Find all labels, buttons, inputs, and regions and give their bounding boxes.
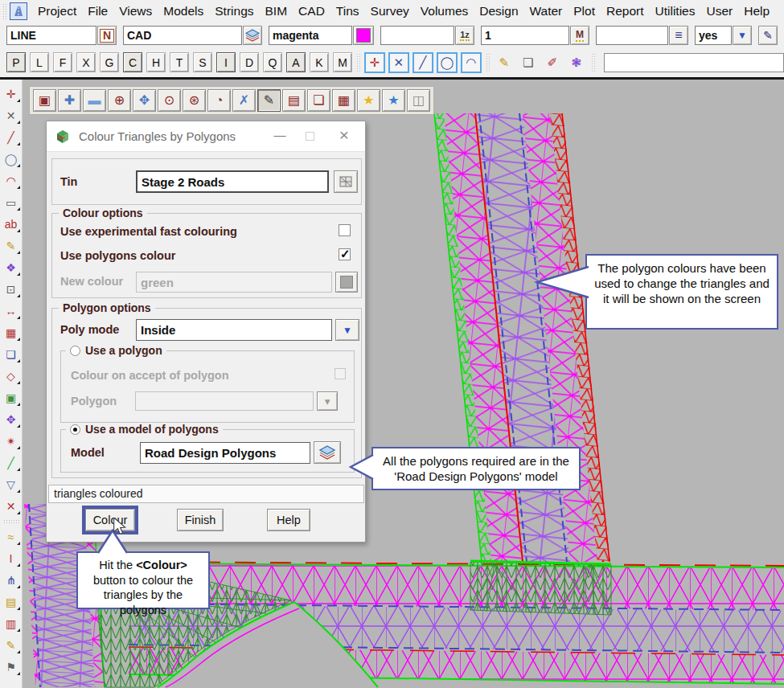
add-view-icon[interactable]: ✚ xyxy=(58,89,81,112)
mode-button[interactable]: M xyxy=(333,52,352,72)
shield-polygon-icon[interactable]: ▽ xyxy=(1,473,22,495)
menu-item[interactable]: Water xyxy=(529,2,564,20)
image-icon[interactable]: ▣ xyxy=(1,387,22,408)
default-name-input[interactable] xyxy=(6,26,96,45)
use-a-model-radio[interactable] xyxy=(70,424,80,435)
measure-pencil-icon[interactable]: ✎ xyxy=(494,52,515,73)
linestyle-picker-button[interactable]: ≡ xyxy=(669,26,688,45)
snippets-star-icon[interactable]: ★ xyxy=(382,89,405,112)
tick-dropdown-button[interactable]: ▼ xyxy=(733,26,752,45)
page-info-icon[interactable]: ❏ xyxy=(518,52,539,73)
pen-tool-button[interactable]: ✎ xyxy=(758,26,778,45)
string-colours-icon[interactable]: ╱ xyxy=(1,452,22,473)
zoom-icon[interactable]: ⊙ xyxy=(158,89,181,112)
freehand-icon[interactable]: ≈ xyxy=(1,526,22,547)
grid-icon[interactable]: ▦ xyxy=(1,321,22,343)
menu-item[interactable]: Tins xyxy=(335,2,360,20)
model-picker-button[interactable] xyxy=(314,441,341,464)
menu-item[interactable]: CAD xyxy=(298,2,326,20)
name-picker-button[interactable]: N xyxy=(97,26,117,45)
use-a-polygon-radio[interactable] xyxy=(70,346,80,356)
snaps-toggle-icon[interactable]: ✗ xyxy=(232,89,256,112)
notes-icon[interactable]: ▤ xyxy=(1,591,22,612)
arc-snap-icon[interactable]: ◠ xyxy=(461,52,482,73)
edit-string-icon[interactable]: ✐ xyxy=(542,52,563,73)
point-snap-icon[interactable]: ✛ xyxy=(364,52,385,73)
delete-icon[interactable]: ✕ xyxy=(1,495,22,517)
pan-icon[interactable]: ✥ xyxy=(133,89,156,112)
menu-item[interactable]: Utilities xyxy=(655,2,696,20)
close-button[interactable]: × xyxy=(335,125,354,146)
create-symbol-icon[interactable]: ❖ xyxy=(1,256,22,278)
help-button[interactable]: Help xyxy=(267,509,310,531)
weight-picker-button[interactable]: M xyxy=(570,26,589,45)
mode-button[interactable]: H xyxy=(146,52,166,72)
view-layout-icon[interactable]: ◫ xyxy=(407,89,430,112)
recalc-string-icon[interactable]: ❃ xyxy=(566,52,587,73)
mode-button[interactable]: T xyxy=(170,52,189,72)
menu-item[interactable]: Survey xyxy=(370,2,410,20)
cursor-snap-icon[interactable]: ✕ xyxy=(388,52,409,73)
create-arc-icon[interactable]: ◠ xyxy=(1,170,22,191)
measure-icon[interactable]: ↔ xyxy=(1,300,22,321)
copy-view-icon[interactable]: ❏ xyxy=(1,343,22,365)
remove-view-icon[interactable]: ▬ xyxy=(83,89,106,112)
mode-button[interactable]: K xyxy=(310,52,329,72)
toolbar-grip[interactable] xyxy=(2,3,7,19)
mode-button[interactable]: D xyxy=(240,52,259,72)
point-edit-icon[interactable]: ✴ xyxy=(1,430,22,452)
book-icon[interactable]: ▥ xyxy=(1,612,22,634)
line-snap-icon[interactable]: ╱ xyxy=(413,52,433,73)
menu-item[interactable]: Views xyxy=(118,2,153,20)
mode-button[interactable]: Q xyxy=(263,52,282,72)
default-model-input[interactable] xyxy=(123,26,242,45)
flag-icon[interactable]: ⚑ xyxy=(1,656,22,678)
interest-mode-icon[interactable]: I xyxy=(1,547,22,569)
fast-colouring-checkbox[interactable] xyxy=(339,224,351,236)
menu-item[interactable]: Report xyxy=(605,2,645,20)
sheet-grid-icon[interactable]: ▦ xyxy=(332,89,355,112)
model-input[interactable] xyxy=(140,442,310,464)
translate-icon[interactable]: ✥ xyxy=(1,408,22,430)
polygon-icon[interactable]: ◇ xyxy=(1,365,22,387)
use-polygons-colour-checkbox[interactable] xyxy=(339,248,351,260)
redraw-brush-icon[interactable]: ✎ xyxy=(257,89,281,112)
views-menu-icon[interactable]: ▣ xyxy=(33,89,56,112)
mode-button[interactable]: G xyxy=(100,52,119,72)
menu-item[interactable]: BIM xyxy=(265,2,289,20)
default-linestyle-input[interactable] xyxy=(596,26,668,45)
maximize-button[interactable] xyxy=(306,132,314,141)
menu-item[interactable]: Plot xyxy=(573,2,596,20)
circle-snap-icon[interactable]: ◯ xyxy=(437,52,458,73)
symbol-box-icon[interactable]: ⊡ xyxy=(1,278,22,300)
colour-picker-button[interactable] xyxy=(353,26,374,45)
create-line-icon[interactable]: ╱ xyxy=(1,126,22,148)
favourites-star-icon[interactable]: ★ xyxy=(357,89,380,112)
app-icon[interactable] xyxy=(10,2,27,20)
menu-item[interactable]: Models xyxy=(162,2,204,20)
edit-pencil-icon[interactable]: ✎ xyxy=(1,235,22,256)
menu-item[interactable]: Help xyxy=(743,2,770,20)
create-circle-icon[interactable]: ◯ xyxy=(1,148,22,170)
default-weight-input[interactable] xyxy=(481,26,569,45)
command-input[interactable] xyxy=(604,53,784,72)
poly-mode-dropdown-button[interactable]: ▼ xyxy=(335,319,359,341)
menu-item[interactable]: User xyxy=(705,2,733,20)
sketch-icon[interactable]: ✎ xyxy=(1,634,22,656)
mode-button[interactable]: F xyxy=(53,52,72,72)
zoom-extents-icon[interactable]: ⊕ xyxy=(108,89,131,112)
default-tick-input[interactable] xyxy=(695,26,732,45)
mode-button[interactable]: L xyxy=(30,52,49,72)
poly-mode-input[interactable] xyxy=(136,319,332,341)
colour-button[interactable]: Colour xyxy=(85,509,135,531)
mode-button[interactable]: S xyxy=(193,52,212,72)
create-box-icon[interactable]: ▭ xyxy=(1,191,22,213)
plot-icon[interactable]: ▤ xyxy=(282,89,306,112)
dialog-title-bar[interactable]: 12d Colour Triangles by Polygons — × xyxy=(47,121,365,152)
menu-item[interactable]: Project xyxy=(37,2,77,20)
zoom-previous-icon[interactable]: ◔ xyxy=(207,89,231,112)
create-point-icon[interactable]: ✛ xyxy=(1,83,22,104)
mode-button[interactable]: C xyxy=(123,52,142,72)
menu-item[interactable]: Strings xyxy=(214,2,254,20)
menu-item[interactable]: Volumes xyxy=(420,2,469,20)
